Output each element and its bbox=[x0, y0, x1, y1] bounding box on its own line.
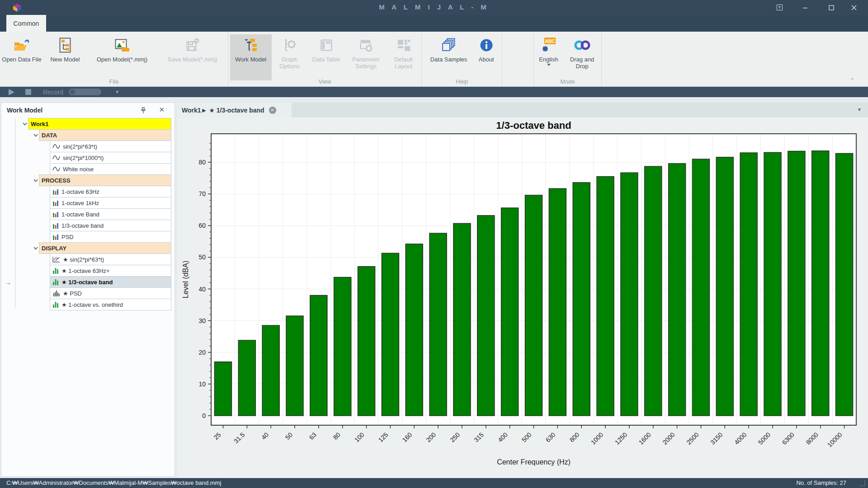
bar-8000[interactable] bbox=[812, 151, 829, 416]
abc-language-icon: ABC bbox=[541, 36, 557, 54]
tree-item-data[interactable]: DATA bbox=[39, 129, 171, 141]
tree-item-sin-2-pi-1000-t[interactable]: sin(2*pi*1000*t) bbox=[50, 152, 171, 164]
chevron-down-icon[interactable]: ▼ bbox=[115, 89, 119, 94]
bar-2500[interactable] bbox=[692, 159, 709, 416]
bar-1600[interactable] bbox=[645, 166, 662, 416]
close-icon[interactable]: ✕ bbox=[159, 106, 165, 114]
chevron-down-icon[interactable]: ▼ bbox=[857, 107, 862, 112]
resize-grip[interactable] bbox=[860, 481, 865, 486]
tree-item-psd[interactable]: PSD bbox=[50, 231, 171, 243]
x-tick-label: 200 bbox=[425, 431, 437, 444]
data-samples-button[interactable]: Data Samples bbox=[425, 34, 473, 80]
tree-item-label: ★ 1-octave 63Hz+ bbox=[61, 267, 110, 274]
tree-indent bbox=[15, 243, 32, 254]
bar-125[interactable] bbox=[382, 253, 399, 416]
tree-item-psd[interactable]: ★ PSD bbox=[50, 287, 171, 299]
bar-250[interactable] bbox=[453, 223, 471, 416]
tree-item-1-octave-band[interactable]: 1-octave Band bbox=[50, 208, 171, 220]
tree-row: ★ 1-octave 63Hz+ bbox=[1, 265, 175, 277]
minimize-icon[interactable] bbox=[795, 0, 816, 15]
tree-gutter bbox=[1, 186, 15, 197]
tree-item-1-3-octave-band[interactable]: 1/3-octave band bbox=[50, 220, 171, 231]
document-tab[interactable]: Work1► ★ 1/3-octave band ✕ bbox=[177, 103, 292, 117]
tree-item-1-octave-1khz[interactable]: 1-octave 1kHz bbox=[50, 197, 171, 209]
bar-31.5[interactable] bbox=[238, 340, 255, 416]
histogram-icon bbox=[52, 290, 60, 296]
bar-1000[interactable] bbox=[597, 177, 614, 416]
pin-icon[interactable] bbox=[140, 107, 146, 114]
open-model-icon bbox=[114, 36, 130, 54]
ribbon-options-icon[interactable] bbox=[769, 0, 790, 15]
bar-630[interactable] bbox=[549, 188, 566, 416]
x-axis-label: Center Frequency (Hz) bbox=[497, 458, 571, 466]
chevron-down-icon[interactable] bbox=[32, 243, 39, 254]
ribbon: Open Data File New Model bbox=[0, 32, 868, 87]
tree-row: 1-octave Band bbox=[1, 209, 175, 220]
tree-item-1-octave-63hz[interactable]: ★ 1-octave 63Hz+ bbox=[50, 265, 171, 277]
drag-drop-button[interactable]: Drag and Drop bbox=[563, 34, 601, 80]
bar-315[interactable] bbox=[477, 216, 495, 416]
bar-500[interactable] bbox=[525, 195, 542, 416]
y-tick-label: 30 bbox=[198, 317, 206, 324]
bar-400[interactable] bbox=[501, 208, 519, 416]
tree-item-process[interactable]: PROCESS bbox=[39, 174, 171, 186]
new-model-button[interactable]: New Model bbox=[43, 34, 87, 80]
bar-10000[interactable] bbox=[836, 153, 853, 416]
ribbon-collapse-icon[interactable]: ⌃ bbox=[850, 77, 854, 84]
record-toggle[interactable] bbox=[69, 89, 101, 95]
bar-4000[interactable] bbox=[740, 153, 757, 416]
tree-item-sin-2-pi-63-t[interactable]: sin(2*pi*63*t) bbox=[50, 141, 171, 152]
tree-indent bbox=[15, 141, 50, 152]
tree-row: sin(2*pi*63*t) bbox=[1, 141, 175, 152]
tree-item-sin-2-pi-63-t[interactable]: ★ sin(2*pi*63*t) bbox=[50, 253, 171, 265]
bar-80[interactable] bbox=[334, 277, 351, 416]
y-tick-label: 50 bbox=[198, 253, 206, 261]
work-model-button[interactable]: Work Model bbox=[230, 34, 272, 80]
tree-item-work1[interactable]: Work1 bbox=[28, 118, 171, 130]
bar-800[interactable] bbox=[573, 183, 590, 416]
maximize-icon[interactable] bbox=[821, 0, 842, 15]
bar-200[interactable] bbox=[429, 233, 447, 416]
about-button[interactable]: About bbox=[473, 34, 500, 80]
tree-item-1-3-octave-band[interactable]: ★ 1/3-octave band bbox=[50, 276, 171, 288]
tree-indent bbox=[15, 186, 50, 197]
x-tick-label: 2500 bbox=[685, 431, 700, 446]
work-model-icon bbox=[243, 36, 259, 54]
tree-gutter bbox=[1, 152, 15, 164]
bar-100[interactable] bbox=[358, 267, 375, 416]
play-icon[interactable] bbox=[9, 89, 14, 95]
bar-25[interactable] bbox=[214, 362, 231, 416]
language-button[interactable]: ABC English bbox=[534, 34, 563, 80]
chevron-down-icon[interactable] bbox=[21, 118, 28, 130]
open-model-button[interactable]: Open Model(*.mmj) bbox=[87, 34, 157, 80]
tree-item-display[interactable]: DISPLAY bbox=[39, 242, 171, 254]
bar-63[interactable] bbox=[310, 296, 327, 416]
bar-3150[interactable] bbox=[716, 157, 733, 416]
button-label: Default Layout bbox=[387, 56, 420, 70]
tree-item-1-octave-63hz[interactable]: 1-octave 63Hz bbox=[50, 186, 171, 197]
stop-icon[interactable] bbox=[25, 89, 31, 95]
tree-item-white-noise[interactable]: White noise bbox=[50, 163, 171, 175]
group-label-view: View bbox=[228, 78, 421, 85]
model-tree: Work1DATAsin(2*pi*63*t)sin(2*pi*1000*t)W… bbox=[1, 118, 175, 476]
bar-1250[interactable] bbox=[621, 173, 638, 416]
bar-160[interactable] bbox=[406, 244, 423, 416]
bar-5000[interactable] bbox=[764, 152, 781, 416]
x-tick-label: 50 bbox=[284, 431, 294, 441]
chevron-down-icon[interactable] bbox=[32, 175, 39, 186]
x-tick-label: 25 bbox=[212, 431, 222, 441]
document-tab-label: Work1► ★ 1/3-octave band bbox=[182, 107, 264, 114]
tab-common[interactable]: Common bbox=[6, 15, 46, 32]
bar-50[interactable] bbox=[286, 316, 303, 416]
open-data-file-button[interactable]: Open Data File bbox=[0, 34, 43, 80]
ribbon-group-view: Work Model Graph Options bbox=[228, 32, 422, 86]
tab-close-icon[interactable]: ✕ bbox=[269, 107, 276, 114]
close-icon[interactable] bbox=[844, 0, 864, 15]
button-label: Parameter Settings bbox=[345, 56, 387, 70]
bar-6300[interactable] bbox=[788, 151, 805, 416]
bar-2000[interactable] bbox=[669, 164, 686, 416]
bar-40[interactable] bbox=[262, 325, 279, 416]
tree-item-1-octave-vs-onethird[interactable]: ★ 1-octave vs. onethird bbox=[50, 299, 171, 310]
tree-row: sin(2*pi*1000*t) bbox=[1, 152, 175, 164]
chevron-down-icon[interactable] bbox=[32, 130, 39, 141]
